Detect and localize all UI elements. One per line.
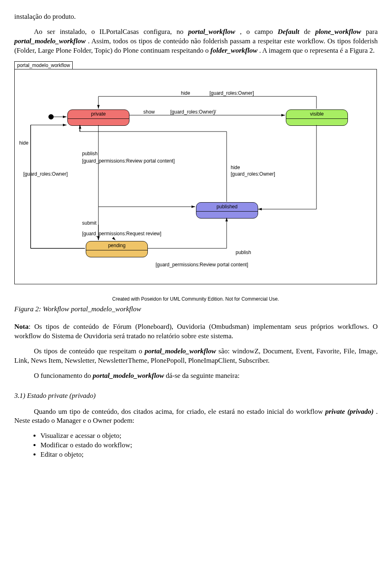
text: : Os tipos de conteúdo de Fórum (Plonebo… [14, 323, 378, 340]
paragraph-tipos: Os tipos de conteúdo que respeitam o por… [14, 347, 378, 366]
bullet-list: Visualizar e acessar o objeto; Modificar… [14, 431, 378, 460]
text: dá-se da seguinte maneira: [166, 372, 240, 379]
bullet-1: Visualizar e acessar o objeto; [40, 431, 378, 441]
workflow-diagram: portal_modelo_workflow private visible p… [14, 61, 378, 302]
text: de [304, 28, 315, 36]
svg-line-5 [98, 225, 116, 240]
text: , o campo [240, 28, 277, 36]
term-portal-modelo-workflow: portal_modelo_workflow [14, 37, 86, 45]
term-plone-workflow: plone_workflow [315, 28, 361, 36]
paragraph-private: Quando um tipo de conteúdo, dos citados … [14, 407, 378, 426]
text: para [366, 28, 378, 36]
svg-point-0 [49, 114, 53, 119]
text: Ao ser instalado, o ILPortalCasas config… [34, 28, 188, 36]
diagram-credit: Created with Poseidon for UML Community … [14, 296, 377, 302]
paragraph-funcionamento: O funcionamento do portal_modelo_workflo… [14, 371, 378, 381]
text: instalação do produto. [14, 13, 76, 20]
bullet-3: Editar o objeto; [40, 450, 378, 460]
text: . A imagem que o representa é a Figura 2… [259, 47, 375, 54]
term-portal-workflow: portal_workflow [188, 28, 235, 36]
bullet-2: Modificar o estado do workflow; [40, 441, 378, 450]
term-private-privado: private (privado) [325, 408, 374, 415]
section-3-1-title: 3.1) Estado private (privado) [14, 391, 378, 401]
paragraph-nota: Nota: Os tipos de conteúdo de Fórum (Plo… [14, 322, 378, 341]
term-portal-modelo-workflow-2: portal_modelo_workflow [145, 347, 216, 355]
term-folder-workflow: folder_workflow [210, 47, 257, 54]
text: O funcionamento do [34, 372, 93, 379]
paragraph-2: Ao ser instalado, o ILPortalCasas config… [14, 27, 378, 56]
nota-label: Nota [14, 323, 29, 330]
term-portal-modelo-workflow-3: portal_modelo_workflow [93, 372, 164, 379]
text: Os tipos de conteúdo que respeitam o [34, 347, 145, 355]
text: Quando um tipo de conteúdo, dos citados … [34, 408, 325, 415]
term-default: Default [278, 28, 299, 36]
figure-caption: Figura 2: Workflow portal_modelo_workflo… [14, 305, 378, 314]
paragraph-1: instalação do produto. [14, 12, 378, 22]
diagram-arrows [14, 61, 377, 294]
